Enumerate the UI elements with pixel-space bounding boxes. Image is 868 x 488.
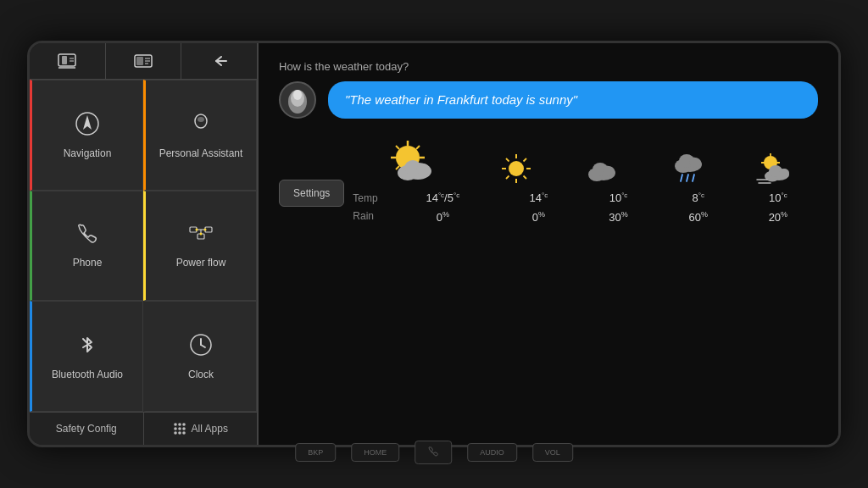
sidebar-top-bar [30,43,257,80]
phone-label: Phone [73,257,103,269]
weather-rain-row: Rain 0% 0% 30% 60% 20% [353,209,818,223]
svg-line-69 [687,175,688,181]
weather-day-4-icon [646,149,732,185]
rain-day-5: 20% [738,209,818,223]
svg-line-57 [524,176,527,180]
car-screen: Navigation Personal Assistant [27,41,841,447]
question-text: How is the weather today? [279,60,818,73]
temp-day-1: 14°c/5°c [387,191,498,204]
svg-line-70 [693,175,694,181]
personal-assistant-item[interactable]: Personal Assistant [143,80,257,191]
svg-point-33 [178,431,181,435]
sidebar-grid: Navigation Personal Assistant [30,80,257,412]
rain-day-1: 0% [387,209,498,223]
bluetooth-icon [76,332,98,363]
svg-point-20 [196,229,198,231]
personal-assistant-label: Personal Assistant [159,147,243,159]
svg-point-29 [174,427,177,430]
audio-btn[interactable]: AUDIO [467,443,517,462]
hardware-bar: BKP HOME AUDIO VOL [295,441,573,464]
svg-point-30 [178,427,181,430]
svg-point-34 [182,431,186,435]
power-flow-icon [188,222,214,252]
clock-label: Clock [188,369,214,380]
clock-icon [188,332,214,363]
temp-label: Temp [353,192,387,204]
weather-day-2-icon [474,152,560,185]
all-apps-btn[interactable]: All Apps [144,413,258,445]
temp-day-4: 8°c [659,191,738,204]
avatar-face-icon [286,85,309,115]
bkp-btn[interactable]: BKP [295,443,336,462]
svg-point-13 [198,117,204,122]
svg-line-45 [416,146,420,149]
navigation-item[interactable]: Navigation [30,80,143,191]
weather-day-3-icon [559,154,646,185]
back-btn[interactable] [181,43,257,79]
sidebar: Navigation Personal Assistant [30,43,259,445]
svg-line-43 [396,146,399,149]
svg-point-79 [779,169,789,177]
power-flow-label: Power flow [176,257,226,269]
svg-point-31 [182,427,186,430]
svg-point-50 [416,164,430,175]
safety-config-btn[interactable]: Safety Config [30,413,144,445]
svg-point-21 [204,229,207,231]
phone-icon [75,222,99,252]
svg-rect-6 [136,57,143,65]
navigation-icon [75,111,100,142]
svg-point-63 [603,166,615,176]
grid-icon [173,422,186,435]
media-btn[interactable] [106,43,182,79]
phone-hw-btn[interactable] [415,441,452,464]
svg-point-22 [200,233,203,236]
assistant-avatar [279,81,316,119]
screen-switch-btn[interactable] [30,43,106,79]
sidebar-bottom: Safety Config All Apps [30,412,257,445]
svg-line-68 [681,175,682,181]
home-btn[interactable]: HOME [351,443,399,462]
main-area: How is the weather today? "The weather i… [259,43,838,445]
svg-line-56 [506,158,509,162]
rain-day-2: 0% [498,209,578,223]
rain-label: Rain [353,210,387,222]
rain-day-3: 30% [578,209,658,223]
svg-line-59 [506,176,509,180]
svg-point-32 [174,431,177,435]
temp-day-5: 10°c [738,191,818,204]
personal-assistant-icon [188,111,214,142]
svg-line-25 [201,345,205,347]
weather-temp-row: Temp 14°c/5°c 14°c 10°c 8°c 10°c [353,191,818,204]
svg-point-27 [178,423,181,426]
svg-point-26 [174,423,177,426]
assistant-row: "The weather in Frankfurt today is sunny… [279,81,818,119]
phone-item[interactable]: Phone [30,191,143,300]
svg-rect-1 [62,56,67,64]
weather-day-5-icon [732,152,818,185]
phone-hw-icon [427,446,439,458]
clock-item[interactable]: Clock [143,301,257,412]
svg-point-28 [182,423,186,426]
settings-button[interactable]: Settings [279,180,344,207]
bluetooth-audio-item[interactable]: Bluetooth Audio [30,301,143,412]
bluetooth-audio-label: Bluetooth Audio [52,369,123,380]
rain-day-4: 60% [659,209,738,223]
weather-day-1-icon [353,137,473,185]
svg-line-46 [396,166,399,169]
svg-line-58 [524,158,527,162]
svg-point-51 [509,161,524,176]
svg-point-67 [689,158,701,168]
speech-bubble: "The weather in Frankfurt today is sunny… [328,81,818,119]
power-flow-item[interactable]: Power flow [143,191,257,300]
navigation-label: Navigation [64,147,112,159]
temp-day-2: 14°c [498,191,578,204]
svg-marker-11 [83,115,92,130]
svg-point-37 [293,90,302,100]
vol-btn[interactable]: VOL [532,443,573,462]
temp-day-3: 10°c [578,191,658,204]
